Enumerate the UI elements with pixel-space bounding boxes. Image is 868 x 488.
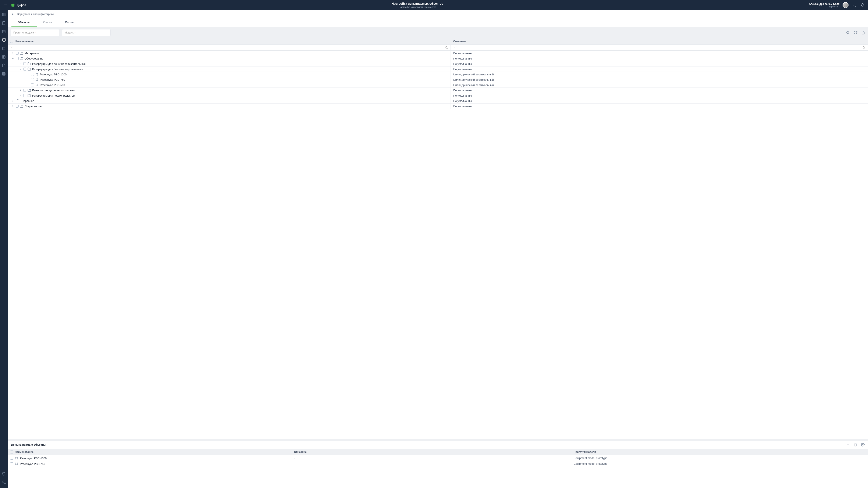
prototype-model-filter[interactable]: Прототип модели (10, 29, 59, 36)
app-header: цифра Настройка испытваемых объектов Нас… (0, 0, 868, 10)
search-icon[interactable] (862, 46, 865, 49)
row-label: Оборудование (25, 57, 43, 60)
chevron-right-icon[interactable] (11, 52, 14, 55)
tree-row[interactable]: ОборудованиеПо умолчанию (8, 56, 868, 61)
sidebar-nav-8[interactable] (1, 72, 6, 76)
sidebar-shield-icon[interactable] (1, 471, 6, 476)
row-label: Резервуар РВС-750 (40, 78, 65, 82)
svg-point-23 (3, 481, 4, 482)
add-icon[interactable] (846, 443, 850, 447)
row-checkbox[interactable] (31, 78, 34, 81)
refresh-icon[interactable] (854, 31, 858, 35)
folder-icon (20, 52, 23, 55)
svg-point-41 (36, 80, 36, 81)
row-description: По умолчанию (451, 61, 868, 66)
tab-classes[interactable]: Классы (37, 18, 59, 27)
tree-row[interactable]: Резервуары для бензина горизонтальныеПо … (8, 61, 868, 66)
chevron-down-icon[interactable] (19, 63, 22, 65)
row-checkbox[interactable] (10, 457, 13, 460)
tree-row[interactable]: Емкости для дизельного топливаПо умолчан… (8, 88, 868, 93)
tree-row[interactable]: Резервуар РВС-750Цилиндрический вертикал… (8, 77, 868, 83)
chevron-right-icon[interactable] (19, 89, 22, 92)
sidebar-nav-6[interactable] (1, 55, 6, 59)
chevron-down-icon[interactable] (19, 68, 22, 70)
tab-parties[interactable]: Партии (59, 18, 81, 27)
tree-row[interactable]: Резервуар РВС-500Цилиндрический вертикал… (8, 83, 868, 88)
tree-search-name[interactable]: "*" (8, 45, 451, 51)
notifications-button[interactable] (860, 2, 865, 8)
tab-objects[interactable]: Объекты (11, 18, 37, 27)
row-checkbox[interactable] (31, 73, 34, 76)
svg-point-39 (36, 78, 36, 79)
sidebar-nav-2[interactable] (1, 21, 6, 25)
chevron-down-icon[interactable] (11, 57, 14, 60)
tree-row[interactable]: Резервуары для нефтепродуктовПо умолчани… (8, 93, 868, 98)
row-description: По умолчанию (451, 104, 868, 109)
row-checkbox[interactable] (10, 462, 13, 465)
sidebar-nav-5[interactable] (1, 46, 6, 51)
row-checkbox[interactable] (16, 105, 19, 107)
sidebar-nav-4-active[interactable] (1, 38, 6, 42)
search-icon[interactable] (445, 46, 448, 49)
tree-row[interactable]: МатериалыПо умолчанию (8, 51, 868, 56)
svg-rect-14 (3, 38, 6, 41)
page-title: Настройка испытваемых объектов (26, 2, 809, 5)
col-desc-header: Описание (451, 38, 868, 44)
filters-row: Прототип модели Модель (8, 27, 868, 38)
bottom-panel-title: Испытываемые объекты (11, 443, 45, 446)
row-checkbox[interactable] (23, 94, 26, 97)
row-checkbox[interactable] (23, 62, 26, 65)
row-label: Персонал (22, 99, 34, 102)
svg-point-34 (37, 75, 38, 76)
row-checkbox[interactable] (16, 57, 19, 60)
sidebar-nav-7[interactable] (1, 63, 6, 68)
tree-row[interactable]: ПерсоналПо умолчанию (8, 98, 868, 104)
svg-point-57 (862, 444, 863, 445)
user-info: Александр Грейам Белл Superuser : (809, 3, 840, 8)
col-name-header: Наименование (15, 40, 33, 43)
row-description: Цилиндрический вертикальный (451, 77, 868, 82)
export-icon[interactable] (861, 31, 865, 35)
row-checkbox[interactable] (31, 84, 34, 87)
svg-point-3 (11, 4, 13, 5)
svg-point-19 (3, 56, 3, 57)
row-checkbox[interactable] (23, 68, 26, 70)
tree-row[interactable]: Резервуары для бензина вертикальныеПо ум… (8, 66, 868, 72)
tree-row[interactable]: Резервуар РВС-1000Цилиндрический вертика… (8, 72, 868, 77)
svg-point-50 (37, 86, 38, 86)
sidebar-users-icon[interactable] (1, 480, 6, 485)
filter-search-icon[interactable] (846, 31, 850, 35)
bottom-row[interactable]: Резервуар РВС-750-Equipment model protot… (8, 461, 868, 467)
chevron-right-icon[interactable] (11, 105, 14, 107)
chevron-right-icon[interactable] (11, 100, 14, 102)
chevron-right-icon[interactable] (19, 94, 22, 97)
sidebar-nav-1[interactable] (1, 12, 6, 17)
delete-icon[interactable] (854, 443, 857, 447)
row-description: По умолчанию (451, 98, 868, 103)
row-checkbox[interactable] (16, 52, 19, 55)
svg-line-30 (864, 48, 865, 49)
bottom-row[interactable]: Резервуар РВС-1000-Equipment model proto… (8, 455, 868, 461)
select-all-checkbox[interactable] (10, 40, 13, 43)
bottom-select-all[interactable] (10, 451, 13, 453)
breadcrumb-text[interactable]: Вернуться к спецификациям (17, 12, 54, 16)
avatar[interactable] (843, 2, 848, 8)
svg-point-60 (16, 459, 16, 459)
row-checkbox[interactable] (23, 89, 26, 92)
sidebar-nav-3[interactable] (1, 29, 6, 34)
folder-icon (28, 62, 31, 65)
svg-point-25 (846, 31, 849, 34)
row-description: Цилиндрический вертикальный (451, 72, 868, 77)
tree-row[interactable]: ПредприятиеПо умолчанию (8, 104, 868, 109)
left-sidebar (0, 10, 8, 488)
hamburger-menu-button[interactable] (3, 2, 9, 8)
tree-search-desc[interactable]: "*" (451, 45, 868, 51)
logo-text: цифра (17, 3, 26, 7)
model-filter[interactable]: Модель (62, 29, 111, 36)
svg-point-48 (37, 84, 38, 85)
settings-icon[interactable] (861, 443, 865, 447)
header-search-button[interactable] (851, 2, 857, 8)
svg-point-66 (16, 463, 16, 463)
svg-point-42 (37, 80, 38, 81)
back-button[interactable] (11, 12, 15, 16)
